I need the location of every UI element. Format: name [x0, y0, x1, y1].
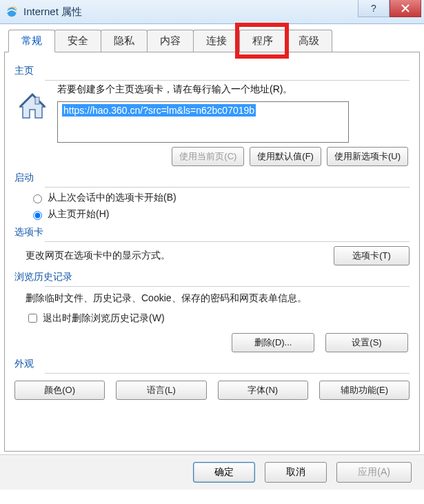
section-title-history: 浏览历史记录 [14, 271, 410, 283]
tab-panel-general: 主页 若要创建多个主页选项卡，请在每行输入一个地址(R)。 https://ha… [4, 52, 420, 452]
btn-languages[interactable]: 语言(L) [116, 381, 206, 400]
dialog-window: Internet 属性 ? 常规 安全 隐私 内容 连接 程序 高级 主页 [0, 0, 424, 490]
close-button[interactable] [390, 0, 421, 17]
svg-rect-1 [35, 97, 39, 104]
homepage-url-value: https://hao.360.cn/?src=lm&ls=n62bc07019… [62, 104, 256, 117]
startup-option-last[interactable]: 从上次会话中的选项卡开始(B) [30, 192, 410, 204]
btn-colors[interactable]: 颜色(O) [14, 381, 105, 400]
section-title-startup: 启动 [14, 172, 410, 184]
tabs-section: 更改网页在选项卡中的显示方式。 选项卡(T) [26, 246, 410, 265]
btn-cancel[interactable]: 取消 [265, 462, 327, 483]
tab-general[interactable]: 常规 [8, 30, 55, 52]
tab-content[interactable]: 内容 [147, 30, 194, 52]
homepage-section: 若要创建多个主页选项卡，请在每行输入一个地址(R)。 https://hao.3… [14, 83, 410, 166]
tab-connections[interactable]: 连接 [193, 30, 240, 52]
tab-security[interactable]: 安全 [54, 30, 101, 52]
tab-strip: 常规 安全 隐私 内容 连接 程序 高级 [4, 30, 420, 52]
window-title: Internet 属性 [23, 6, 82, 19]
tab-privacy[interactable]: 隐私 [101, 30, 148, 52]
history-desc: 删除临时文件、历史记录、Cookie、保存的密码和网页表单信息。 [26, 292, 410, 305]
radio-home-label: 从主页开始(H) [48, 208, 109, 221]
btn-use-newtab[interactable]: 使用新选项卡(U) [327, 147, 408, 166]
tabs-desc: 更改网页在选项卡中的显示方式。 [26, 250, 334, 262]
checkbox-delete-on-exit[interactable] [28, 314, 37, 323]
startup-option-home[interactable]: 从主页开始(H) [30, 208, 410, 221]
section-title-tabs: 选项卡 [14, 226, 410, 239]
ie-icon [6, 6, 18, 18]
btn-use-default[interactable]: 使用默认值(F) [250, 147, 321, 166]
content-area: 常规 安全 隐私 内容 连接 程序 高级 主页 [0, 24, 424, 454]
appearance-buttons: 颜色(O) 语言(L) 字体(N) 辅助功能(E) [14, 381, 410, 407]
radio-home[interactable] [33, 211, 42, 220]
radio-last-label: 从上次会话中的选项卡开始(B) [48, 192, 176, 204]
btn-history-settings[interactable]: 设置(S) [325, 333, 408, 352]
btn-apply[interactable]: 应用(A) [336, 462, 412, 483]
btn-use-current[interactable]: 使用当前页(C) [172, 147, 244, 166]
dialog-footer: 确定 取消 应用(A) [0, 454, 424, 490]
tab-advanced[interactable]: 高级 [285, 30, 332, 52]
window-buttons: ? [358, 0, 421, 17]
history-delete-on-exit[interactable]: 退出时删除浏览历史记录(W) [26, 312, 410, 325]
checkbox-delete-label: 退出时删除浏览历史记录(W) [43, 312, 165, 325]
radio-last-session[interactable] [33, 194, 42, 203]
btn-tabs-settings[interactable]: 选项卡(T) [334, 246, 410, 265]
title-bar: Internet 属性 ? [0, 0, 424, 24]
homepage-desc: 若要创建多个主页选项卡，请在每行输入一个地址(R)。 [57, 83, 410, 96]
section-title-homepage: 主页 [14, 65, 410, 77]
svg-point-0 [7, 8, 17, 17]
help-button[interactable]: ? [358, 0, 390, 17]
btn-fonts[interactable]: 字体(N) [218, 381, 308, 400]
tab-programs[interactable]: 程序 [239, 30, 286, 52]
homepage-url-input[interactable]: https://hao.360.cn/?src=lm&ls=n62bc07019… [57, 101, 349, 143]
btn-history-delete[interactable]: 删除(D)... [232, 333, 314, 352]
close-icon [401, 4, 410, 12]
home-icon [14, 88, 50, 123]
btn-ok[interactable]: 确定 [193, 462, 255, 483]
section-title-appearance: 外观 [14, 358, 410, 370]
btn-accessibility[interactable]: 辅助功能(E) [319, 381, 410, 400]
